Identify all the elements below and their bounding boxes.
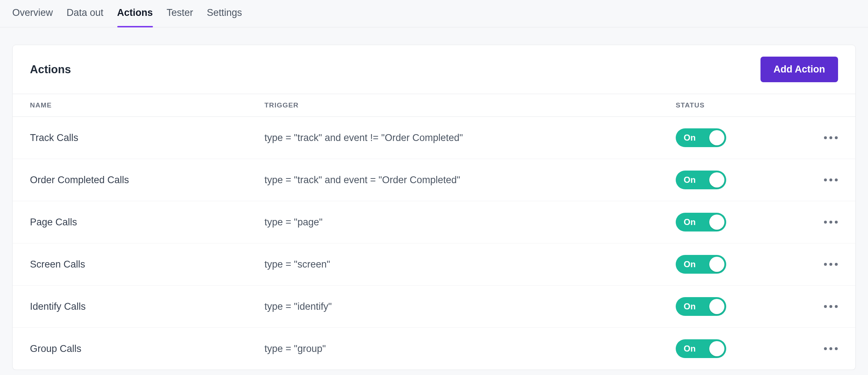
toggle-label: On xyxy=(684,133,696,143)
status-cell: On xyxy=(676,128,795,147)
toggle-knob xyxy=(709,257,724,272)
svg-point-15 xyxy=(824,347,827,350)
toggle-knob xyxy=(709,341,724,356)
action-trigger: type = "track" and event = "Order Comple… xyxy=(264,175,676,186)
tab-bar: Overview Data out Actions Tester Setting… xyxy=(0,0,868,27)
more-horizontal-icon xyxy=(824,262,838,266)
toggle-label: On xyxy=(684,217,696,227)
svg-point-1 xyxy=(829,136,832,139)
status-toggle[interactable]: On xyxy=(676,297,726,316)
status-cell: On xyxy=(676,255,795,274)
more-horizontal-icon xyxy=(824,220,838,224)
column-trigger: TRIGGER xyxy=(264,101,676,109)
svg-point-0 xyxy=(824,136,827,139)
action-trigger: type = "track" and event != "Order Compl… xyxy=(264,132,676,144)
status-toggle[interactable]: On xyxy=(676,213,726,231)
table-row: Page Callstype = "page"On xyxy=(13,201,855,243)
row-actions-menu[interactable] xyxy=(795,220,838,224)
status-cell: On xyxy=(676,339,795,358)
toggle-knob xyxy=(709,215,724,230)
card-title: Actions xyxy=(30,63,71,76)
more-horizontal-icon xyxy=(824,136,838,140)
action-trigger: type = "page" xyxy=(264,217,676,228)
status-cell: On xyxy=(676,171,795,189)
svg-point-5 xyxy=(835,178,838,181)
status-toggle[interactable]: On xyxy=(676,339,726,358)
toggle-knob xyxy=(709,130,724,145)
toggle-label: On xyxy=(684,175,696,185)
svg-point-2 xyxy=(835,136,838,139)
action-trigger: type = "identify" xyxy=(264,301,676,312)
svg-point-12 xyxy=(824,305,827,308)
status-toggle[interactable]: On xyxy=(676,128,726,147)
row-actions-menu[interactable] xyxy=(795,136,838,140)
table-row: Order Completed Callstype = "track" and … xyxy=(13,159,855,201)
toggle-label: On xyxy=(684,259,696,269)
row-actions-menu[interactable] xyxy=(795,347,838,350)
action-trigger: type = "screen" xyxy=(264,259,676,270)
row-actions-menu[interactable] xyxy=(795,305,838,308)
table-row: Group Callstype = "group"On xyxy=(13,328,855,370)
status-cell: On xyxy=(676,297,795,316)
column-name: NAME xyxy=(30,101,264,109)
svg-point-7 xyxy=(829,221,832,224)
toggle-label: On xyxy=(684,301,696,312)
more-horizontal-icon xyxy=(824,305,838,308)
actions-card: Actions Add Action NAME TRIGGER STATUS T… xyxy=(12,45,856,370)
card-header: Actions Add Action xyxy=(13,45,855,94)
svg-point-4 xyxy=(829,178,832,181)
toggle-knob xyxy=(709,299,724,314)
tab-tester[interactable]: Tester xyxy=(167,7,193,27)
status-toggle[interactable]: On xyxy=(676,171,726,189)
svg-point-11 xyxy=(835,263,838,266)
action-name: Track Calls xyxy=(30,132,264,144)
column-status: STATUS xyxy=(676,101,795,109)
table-header: NAME TRIGGER STATUS xyxy=(13,94,855,117)
action-trigger: type = "group" xyxy=(264,343,676,354)
svg-point-8 xyxy=(835,221,838,224)
svg-point-17 xyxy=(835,347,838,350)
action-name: Screen Calls xyxy=(30,259,264,270)
action-name: Identify Calls xyxy=(30,301,264,312)
svg-point-14 xyxy=(835,305,838,308)
toggle-knob xyxy=(709,172,724,188)
table-row: Screen Callstype = "screen"On xyxy=(13,243,855,286)
tab-settings[interactable]: Settings xyxy=(207,7,242,27)
action-name: Group Calls xyxy=(30,343,264,354)
status-cell: On xyxy=(676,213,795,231)
svg-point-3 xyxy=(824,178,827,181)
action-name: Page Calls xyxy=(30,217,264,228)
svg-point-13 xyxy=(829,305,832,308)
action-name: Order Completed Calls xyxy=(30,175,264,186)
more-horizontal-icon xyxy=(824,178,838,182)
svg-point-16 xyxy=(829,347,832,350)
toggle-label: On xyxy=(684,344,696,354)
row-actions-menu[interactable] xyxy=(795,262,838,266)
status-toggle[interactable]: On xyxy=(676,255,726,274)
more-horizontal-icon xyxy=(824,347,838,350)
tab-data-out[interactable]: Data out xyxy=(67,7,104,27)
tab-overview[interactable]: Overview xyxy=(12,7,53,27)
add-action-button[interactable]: Add Action xyxy=(760,57,838,82)
table-row: Identify Callstype = "identify"On xyxy=(13,286,855,328)
table-row: Track Callstype = "track" and event != "… xyxy=(13,117,855,159)
svg-point-10 xyxy=(829,263,832,266)
row-actions-menu[interactable] xyxy=(795,178,838,182)
tab-actions[interactable]: Actions xyxy=(117,7,153,27)
svg-point-6 xyxy=(824,221,827,224)
svg-point-9 xyxy=(824,263,827,266)
